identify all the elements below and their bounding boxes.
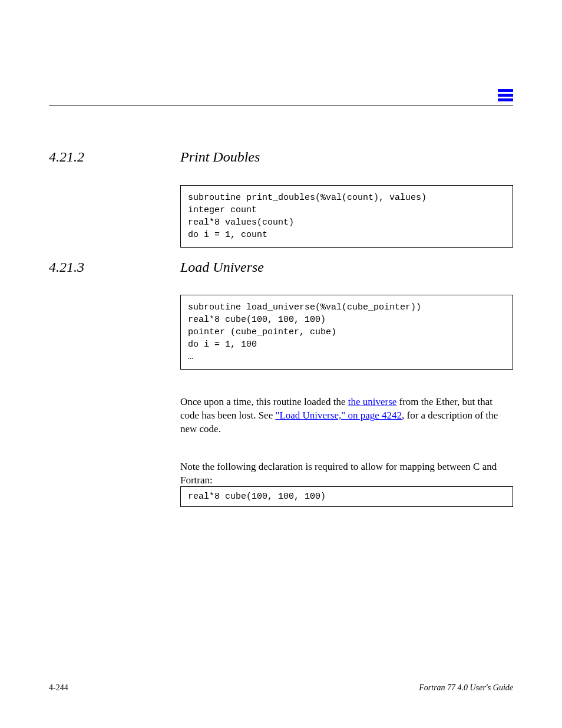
description-paragraph: Once upon a time, this routine loaded th… bbox=[180, 395, 513, 436]
svg-rect-2 bbox=[498, 98, 513, 101]
code-box-load-universe: subroutine load_universe(%val(cube_point… bbox=[180, 295, 513, 370]
section-title-print-doubles: Print Doubles bbox=[180, 149, 513, 165]
code-box-required-decl: real*8 cube(100, 100, 100) bbox=[180, 486, 513, 507]
code-text: subroutine print_doubles(%val(count), va… bbox=[188, 193, 427, 240]
menu-icon[interactable] bbox=[498, 89, 513, 102]
svg-rect-1 bbox=[498, 94, 513, 97]
link-the-universe[interactable]: the universe bbox=[348, 396, 397, 407]
svg-rect-0 bbox=[498, 89, 513, 92]
code-box-print-doubles: subroutine print_doubles(%val(count), va… bbox=[180, 185, 513, 248]
section-number-print-doubles: 4.21.2 bbox=[49, 149, 84, 165]
code-text: subroutine load_universe(%val(cube_point… bbox=[188, 302, 421, 362]
footer-page-number: 4-244 bbox=[49, 683, 68, 693]
paragraph-pre: Once upon a time, this routine loaded th… bbox=[180, 396, 348, 407]
note-text: Note the following declaration is requir… bbox=[180, 460, 513, 487]
link-load-universe-page[interactable]: "Load Universe," on page 4242 bbox=[275, 410, 402, 421]
section-title-load-universe: Load Universe bbox=[180, 259, 513, 275]
section-number-load-universe: 4.21.3 bbox=[49, 259, 84, 275]
footer-doc-title: Fortran 77 4.0 User's Guide bbox=[419, 683, 513, 693]
code-text: real*8 cube(100, 100, 100) bbox=[188, 492, 326, 502]
header-divider bbox=[49, 106, 513, 106]
